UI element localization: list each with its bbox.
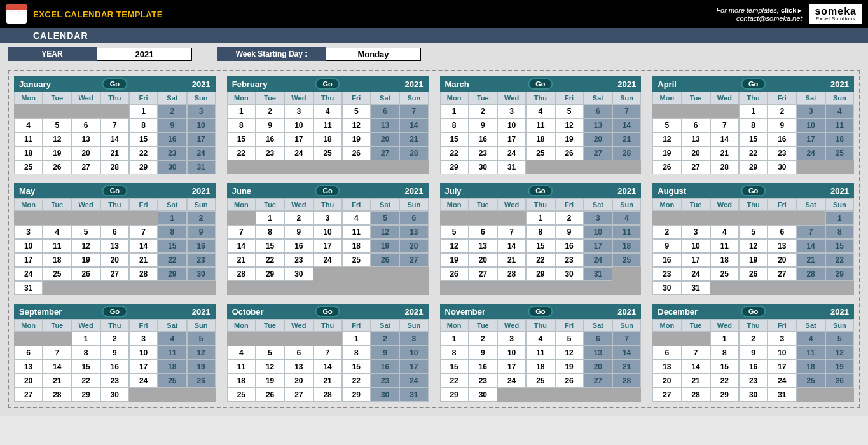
- go-button[interactable]: Go: [741, 185, 766, 196]
- day-cell[interactable]: 27: [100, 267, 129, 281]
- day-cell[interactable]: 20: [100, 253, 129, 267]
- day-cell[interactable]: 12: [371, 225, 399, 239]
- day-cell[interactable]: 23: [652, 267, 681, 281]
- day-cell[interactable]: 5: [256, 346, 284, 360]
- day-cell[interactable]: 12: [256, 360, 284, 374]
- day-cell[interactable]: 12: [825, 346, 854, 360]
- day-cell[interactable]: 19: [652, 146, 681, 160]
- day-cell[interactable]: 8: [739, 118, 768, 132]
- day-cell[interactable]: 20: [768, 253, 796, 267]
- day-cell[interactable]: 10: [313, 225, 342, 239]
- day-cell[interactable]: 22: [526, 253, 555, 267]
- day-cell[interactable]: 31: [187, 160, 216, 174]
- day-cell[interactable]: 15: [158, 239, 186, 253]
- day-cell[interactable]: 30: [158, 160, 186, 174]
- day-cell[interactable]: 31: [497, 160, 526, 174]
- go-button[interactable]: Go: [315, 306, 340, 317]
- day-cell[interactable]: 19: [187, 360, 216, 374]
- day-cell[interactable]: 20: [14, 374, 43, 388]
- day-cell[interactable]: 30: [100, 388, 129, 402]
- day-cell[interactable]: 9: [555, 225, 584, 239]
- day-cell[interactable]: 4: [158, 332, 186, 346]
- day-cell[interactable]: 17: [497, 132, 526, 146]
- day-cell[interactable]: 24: [497, 146, 526, 160]
- day-cell[interactable]: 8: [440, 346, 469, 360]
- day-cell[interactable]: 19: [256, 374, 284, 388]
- day-cell[interactable]: 4: [612, 211, 641, 225]
- day-cell[interactable]: 7: [129, 225, 158, 239]
- day-cell[interactable]: 28: [497, 267, 526, 281]
- day-cell[interactable]: 29: [825, 267, 854, 281]
- day-cell[interactable]: 10: [497, 118, 526, 132]
- day-cell[interactable]: 21: [497, 253, 526, 267]
- day-cell[interactable]: 3: [682, 225, 710, 239]
- day-cell[interactable]: 14: [399, 118, 428, 132]
- day-cell[interactable]: 18: [342, 239, 371, 253]
- day-cell[interactable]: 23: [469, 374, 497, 388]
- day-cell[interactable]: 27: [584, 146, 612, 160]
- day-cell[interactable]: 20: [399, 239, 428, 253]
- day-cell[interactable]: 4: [797, 332, 825, 346]
- day-cell[interactable]: 21: [612, 360, 641, 374]
- day-cell[interactable]: 13: [584, 118, 612, 132]
- day-cell[interactable]: 5: [43, 118, 71, 132]
- day-cell[interactable]: 22: [710, 374, 739, 388]
- day-cell[interactable]: 18: [526, 360, 555, 374]
- day-cell[interactable]: 3: [129, 332, 158, 346]
- day-cell[interactable]: 2: [469, 332, 497, 346]
- day-cell[interactable]: 28: [399, 146, 428, 160]
- day-cell[interactable]: 10: [797, 118, 825, 132]
- day-cell[interactable]: 12: [652, 132, 681, 146]
- day-cell[interactable]: 25: [526, 146, 555, 160]
- day-cell[interactable]: 7: [313, 346, 342, 360]
- day-cell[interactable]: 15: [129, 132, 158, 146]
- day-cell[interactable]: 2: [371, 332, 399, 346]
- day-cell[interactable]: 9: [256, 118, 284, 132]
- day-cell[interactable]: 16: [469, 360, 497, 374]
- day-cell[interactable]: 20: [584, 132, 612, 146]
- day-cell[interactable]: 26: [555, 374, 584, 388]
- day-cell[interactable]: 26: [72, 267, 100, 281]
- day-cell[interactable]: 11: [526, 346, 555, 360]
- day-cell[interactable]: 14: [682, 360, 710, 374]
- day-cell[interactable]: 23: [158, 146, 186, 160]
- day-cell[interactable]: 10: [284, 118, 313, 132]
- day-cell[interactable]: 6: [399, 211, 428, 225]
- day-cell[interactable]: 15: [526, 239, 555, 253]
- day-cell[interactable]: 14: [797, 239, 825, 253]
- day-cell[interactable]: 28: [129, 267, 158, 281]
- day-cell[interactable]: 25: [313, 146, 342, 160]
- day-cell[interactable]: 8: [256, 225, 284, 239]
- day-cell[interactable]: 22: [825, 253, 854, 267]
- day-cell[interactable]: 25: [797, 374, 825, 388]
- day-cell[interactable]: 15: [710, 360, 739, 374]
- day-cell[interactable]: 10: [14, 239, 43, 253]
- day-cell[interactable]: 5: [371, 211, 399, 225]
- go-button[interactable]: Go: [528, 306, 553, 317]
- day-cell[interactable]: 9: [371, 346, 399, 360]
- day-cell[interactable]: 16: [256, 132, 284, 146]
- day-cell[interactable]: 26: [739, 267, 768, 281]
- day-cell[interactable]: 1: [227, 104, 256, 118]
- day-cell[interactable]: 25: [158, 374, 186, 388]
- day-cell[interactable]: 6: [652, 346, 681, 360]
- day-cell[interactable]: 3: [399, 332, 428, 346]
- day-cell[interactable]: 29: [440, 160, 469, 174]
- day-cell[interactable]: 29: [342, 388, 371, 402]
- day-cell[interactable]: 2: [256, 104, 284, 118]
- day-cell[interactable]: 10: [497, 346, 526, 360]
- day-cell[interactable]: 4: [710, 225, 739, 239]
- day-cell[interactable]: 24: [584, 253, 612, 267]
- day-cell[interactable]: 21: [313, 374, 342, 388]
- day-cell[interactable]: 25: [14, 160, 43, 174]
- day-cell[interactable]: 17: [399, 360, 428, 374]
- day-cell[interactable]: 23: [284, 253, 313, 267]
- day-cell[interactable]: 16: [187, 239, 216, 253]
- day-cell[interactable]: 24: [187, 146, 216, 160]
- day-cell[interactable]: 21: [710, 146, 739, 160]
- day-cell[interactable]: 26: [825, 374, 854, 388]
- day-cell[interactable]: 17: [797, 132, 825, 146]
- go-button[interactable]: Go: [528, 78, 553, 90]
- day-cell[interactable]: 11: [526, 118, 555, 132]
- day-cell[interactable]: 22: [158, 253, 186, 267]
